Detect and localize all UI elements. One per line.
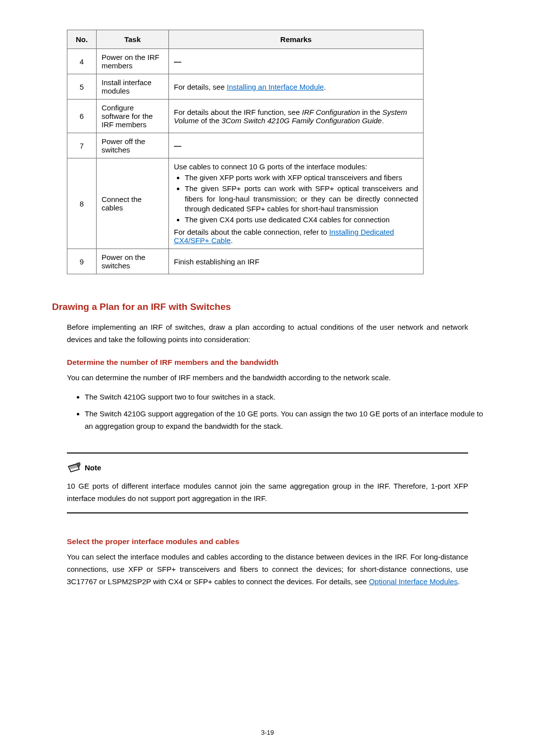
list-item: The Switch 4210G support two to four swi… — [85, 391, 483, 403]
heading-select-modules: Select the proper interface modules and … — [67, 537, 483, 546]
cell-remarks: — — [174, 57, 181, 66]
cell-task: Power on the IRF members — [97, 49, 169, 74]
link-optional-interface-modules[interactable]: Optional Interface Modules — [369, 577, 458, 586]
cell-remarks: Finish establishing an IRF — [169, 249, 424, 274]
remarks-intro: Use cables to connect 10 G ports of the … — [174, 162, 418, 171]
cell-task: Connect the cables — [97, 158, 169, 249]
txt: of the — [199, 116, 221, 125]
cell-no: 5 — [67, 74, 97, 100]
remarks-suffix: . — [324, 83, 326, 91]
col-remarks: Remarks — [169, 30, 424, 49]
txt: For details about the IRF function, see — [174, 108, 302, 116]
table-row: 6 Configure software for the IRF members… — [67, 100, 424, 133]
cell-no: 8 — [67, 158, 97, 249]
heading-drawing-plan: Drawing a Plan for an IRF with Switches — [52, 302, 483, 312]
txt-italic: IRF Configuration — [302, 108, 360, 116]
cell-task: Power off the switches — [97, 133, 169, 158]
col-task: Task — [97, 30, 169, 49]
cell-remarks: For details, see Installing an Interface… — [169, 74, 424, 100]
cell-remarks: Use cables to connect 10 G ports of the … — [169, 158, 424, 249]
page-number: 3-19 — [0, 729, 535, 736]
cell-remarks: — — [174, 142, 181, 150]
note-box: Note 10 GE ports of different interface … — [67, 453, 468, 514]
list-item: The given XFP ports work with XFP optica… — [185, 173, 418, 183]
note-body: 10 GE ports of different interface modul… — [67, 480, 468, 505]
cell-task: Power on the switches — [97, 249, 169, 274]
table-row: 4 Power on the IRF members — — [67, 49, 424, 74]
note-label: Note — [85, 463, 101, 472]
irf-steps-table: No. Task Remarks 4 Power on the IRF memb… — [67, 30, 424, 274]
txt: . — [231, 236, 233, 245]
body-list: The Switch 4210G support two to four swi… — [76, 391, 483, 433]
txt: . — [458, 577, 460, 586]
table-row: 5 Install interface modules For details,… — [67, 74, 424, 100]
remarks-list: The given XFP ports work with XFP optica… — [174, 173, 418, 225]
cell-no: 6 — [67, 100, 97, 133]
paragraph: You can determine the number of IRF memb… — [67, 372, 468, 384]
note-icon — [67, 462, 81, 473]
table-row: 7 Power off the switches — — [67, 133, 424, 158]
link-installing-interface-module[interactable]: Installing an Interface Module — [227, 83, 324, 91]
col-no: No. — [67, 30, 97, 49]
cell-remarks: For details about the IRF function, see … — [169, 100, 424, 133]
txt-italic: 3Com Switch 4210G Family Configuration G… — [221, 116, 381, 125]
list-item: The given SFP+ ports can work with SFP+ … — [185, 184, 418, 214]
heading-determine-number: Determine the number of IRF members and … — [67, 358, 483, 367]
cell-no: 4 — [67, 49, 97, 74]
table-row: 8 Connect the cables Use cables to conne… — [67, 158, 424, 249]
txt: . — [382, 116, 384, 125]
paragraph: Before implementing an IRF of switches, … — [67, 321, 468, 346]
cell-task: Install interface modules — [97, 74, 169, 100]
remarks-text: For details, see — [174, 83, 227, 91]
txt: For details about the cable connection, … — [174, 228, 329, 236]
list-item: The Switch 4210G support aggregation of … — [85, 408, 483, 433]
cell-no: 9 — [67, 249, 97, 274]
list-item: The given CX4 ports use dedicated CX4 ca… — [185, 215, 418, 225]
table-row: 9 Power on the switches Finish establish… — [67, 249, 424, 274]
cell-no: 7 — [67, 133, 97, 158]
paragraph: You can select the interface modules and… — [67, 551, 468, 588]
remarks-tail: For details about the cable connection, … — [174, 228, 418, 245]
txt: in the — [360, 108, 382, 116]
cell-task: Configure software for the IRF members — [97, 100, 169, 133]
